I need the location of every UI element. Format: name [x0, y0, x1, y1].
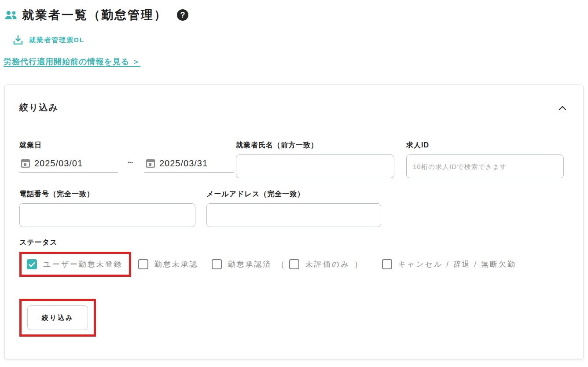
worker-name-label: 就業者氏名（前方一致） [236, 141, 394, 150]
annotation-highlight-button: 絞り込み [19, 299, 96, 337]
paren-close: ） [354, 259, 363, 270]
annotation-highlight-checkbox: ユーザー勤怠未登録 [19, 252, 131, 277]
work-date-group: 就業日 2025/03/01 ～ [19, 141, 236, 172]
checkbox-unchecked-icon[interactable] [212, 259, 222, 269]
help-icon[interactable]: ? [177, 9, 188, 21]
checkbox-unchecked-icon[interactable] [138, 259, 148, 269]
status-section: ステータス ユーザー勤怠未登録 勤怠未承認 勤怠承認済 [19, 238, 566, 277]
worker-name-group: 就業者氏名（前方一致） [236, 141, 394, 178]
checkbox-unchecked-icon[interactable] [382, 259, 392, 269]
status-option-label: 勤怠未承認 [154, 259, 198, 269]
work-date-label: 就業日 [19, 141, 236, 150]
job-id-input[interactable] [406, 154, 564, 178]
filter-card-header: 絞り込み [19, 102, 566, 114]
status-checkbox-row: ユーザー勤怠未登録 勤怠未承認 勤怠承認済 （ 未評価のみ ） [19, 252, 566, 277]
status-option-unapproved[interactable]: 勤怠未承認 [138, 259, 198, 269]
chevron-up-icon[interactable] [559, 105, 566, 110]
checkbox-checked-icon[interactable] [27, 259, 37, 269]
phone-input[interactable] [19, 203, 195, 227]
status-option-label: 未評価のみ [305, 259, 350, 269]
status-sub-option-unrated-only[interactable]: 未評価のみ [289, 259, 350, 269]
phone-label: 電話番号（完全一致） [19, 190, 195, 199]
filter-submit-button[interactable]: 絞り込み [27, 305, 88, 330]
worker-name-input[interactable] [236, 154, 394, 178]
status-option-label: キャンセル / 辞退 / 無断欠勤 [398, 259, 516, 269]
filter-row-1: 就業日 2025/03/01 ～ [19, 141, 566, 178]
download-icon [13, 35, 23, 45]
email-input[interactable] [206, 203, 381, 227]
status-option-user-unregistered[interactable]: ユーザー勤怠未登録 [27, 259, 123, 269]
page: 就業者一覧（勤怠管理） ? 就業者管理票DL 労務代行適用開始前の情報を見る ＞… [0, 0, 588, 367]
phone-group: 電話番号（完全一致） [19, 190, 195, 227]
paren-open: （ [276, 259, 285, 270]
calendar-icon [20, 158, 31, 169]
email-group: メールアドレス（完全一致） [206, 190, 381, 227]
people-icon [4, 9, 18, 21]
work-date-to-field[interactable]: 2025/03/31 [144, 157, 234, 172]
work-date-range: 2025/03/01 ～ 2025/03/31 [19, 156, 236, 172]
work-date-from-value: 2025/03/01 [34, 158, 83, 169]
email-label: メールアドレス（完全一致） [206, 190, 381, 199]
checkbox-unchecked-icon[interactable] [289, 259, 299, 269]
status-option-approved[interactable]: 勤怠承認済 [212, 259, 272, 269]
status-option-label: ユーザー勤怠未登録 [43, 259, 123, 269]
filter-row-2: 電話番号（完全一致） メールアドレス（完全一致） [19, 190, 566, 227]
pre-info-link[interactable]: 労務代行適用開始前の情報を見る ＞ [4, 56, 140, 67]
work-date-to-value: 2025/03/31 [159, 158, 208, 169]
download-link-label: 就業者管理票DL [29, 36, 85, 44]
job-id-label: 求人ID [406, 141, 564, 150]
page-header: 就業者一覧（勤怠管理） ? [0, 0, 588, 23]
status-option-cancel-decline-noshow[interactable]: キャンセル / 辞退 / 無断欠勤 [382, 259, 516, 269]
filter-title: 絞り込み [19, 102, 59, 114]
job-id-group: 求人ID [406, 141, 564, 178]
date-range-separator: ～ [126, 156, 135, 168]
page-title: 就業者一覧（勤怠管理） [22, 7, 167, 23]
calendar-icon [145, 158, 156, 169]
status-option-label: 勤怠承認済 [228, 259, 272, 269]
status-label: ステータス [19, 238, 566, 247]
work-date-from-field[interactable]: 2025/03/01 [19, 157, 118, 172]
filter-card: 絞り込み 就業日 2025/03/01 ～ [4, 84, 584, 359]
download-link[interactable]: 就業者管理票DL [13, 35, 588, 45]
